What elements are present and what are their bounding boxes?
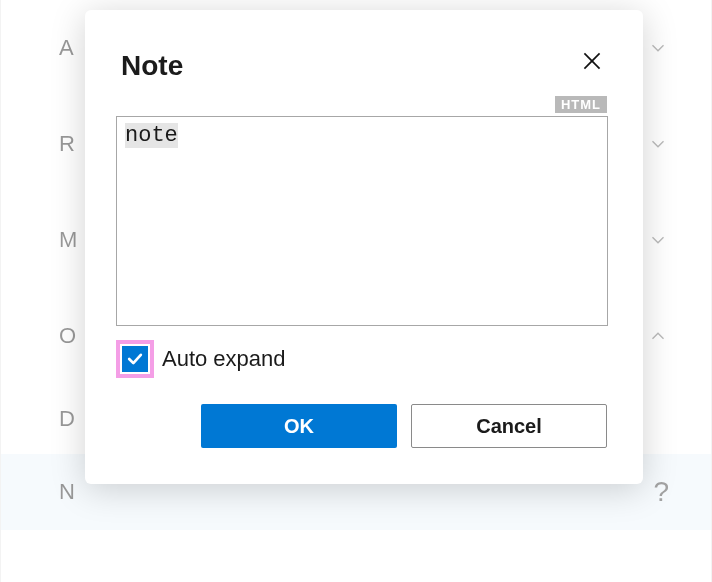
close-icon: [579, 48, 605, 74]
dialog-title: Note: [121, 50, 183, 82]
checkmark-icon: [125, 349, 145, 369]
checkbox-highlight: [116, 340, 154, 378]
cancel-button[interactable]: Cancel: [411, 404, 607, 448]
note-text: note: [125, 123, 178, 148]
note-dialog: Note HTML note Auto expand OK Cancel: [85, 10, 643, 484]
html-badge: HTML: [555, 96, 607, 113]
note-input[interactable]: note: [116, 116, 608, 326]
auto-expand-row: Auto expand: [116, 340, 607, 378]
ok-button[interactable]: OK: [201, 404, 397, 448]
note-field-wrap: HTML note: [116, 116, 607, 326]
close-button[interactable]: [575, 44, 609, 78]
dialog-header: Note: [121, 50, 607, 82]
auto-expand-checkbox[interactable]: [122, 346, 148, 372]
dialog-buttons: OK Cancel: [121, 404, 607, 448]
auto-expand-label: Auto expand: [162, 346, 286, 372]
